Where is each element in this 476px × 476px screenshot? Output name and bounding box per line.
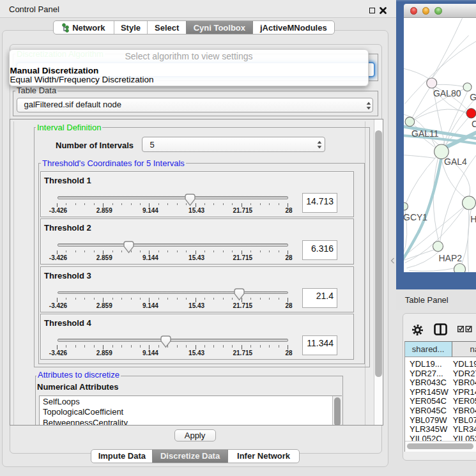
svg-text:GAL4: GAL4 bbox=[444, 157, 467, 167]
svg-text:GA: GA bbox=[470, 92, 476, 102]
svg-text:GCY1: GCY1 bbox=[404, 212, 427, 222]
svg-text:H: H bbox=[470, 213, 476, 224]
svg-text:GAL11: GAL11 bbox=[411, 128, 439, 139]
svg-text:GAL80: GAL80 bbox=[433, 88, 461, 98]
svg-text:HAP2: HAP2 bbox=[438, 252, 462, 263]
svg-text:C: C bbox=[472, 118, 476, 128]
